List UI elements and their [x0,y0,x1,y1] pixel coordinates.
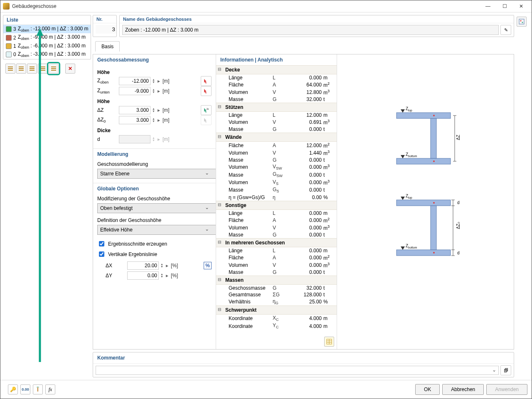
pick-icon-2[interactable] [201,86,212,96]
svg-point-36 [433,202,435,204]
dialog-window: Gebäudegeschosse — ☐ ✕ Liste 3Zoben : -1… [0,0,532,399]
info-section[interactable]: Sonstige [216,201,337,210]
chk-result-sections[interactable]: Ergebnisschnitte erzeugen [97,240,212,248]
fx-button[interactable]: fx [45,384,55,394]
name-input[interactable] [122,25,499,35]
svg-text:ΔZ₀: ΔZ₀ [456,222,461,229]
mod-select[interactable]: Oben befestigt [97,203,216,213]
info-row: MasseG0.000t [216,232,337,238]
arrow-icon[interactable]: ▸ [157,78,161,84]
def-select[interactable]: Effektive Höhe [97,225,216,235]
edit-name-icon[interactable]: ✎ [500,25,511,35]
delete-button[interactable]: ✕ [65,64,75,74]
svg-rect-5 [19,70,24,71]
spin-icon[interactable]: ▲▼ [152,79,155,84]
name-box: Name des Gebäudegeschosses ✎ [119,15,514,37]
svg-rect-2 [8,70,13,71]
ok-button[interactable]: OK [415,384,440,395]
global-title: Globale Optionen [93,183,216,194]
pct-button[interactable]: % [204,262,212,269]
help-button[interactable]: 🔑 [8,384,18,394]
chk-vertical-line[interactable]: Vertikale Ergebnislinie [97,250,212,258]
pick-icon-3[interactable]: 2x [201,105,212,115]
name-label: Name des Gebäudegeschosses [120,15,514,23]
pick-icon-4-disabled [201,115,212,125]
zoben-input[interactable] [119,77,150,85]
svg-rect-12 [51,66,56,67]
list-item[interactable]: 2Zoben : -9.000 m | ΔZ : 3.000 m [3,33,91,42]
nr-label: Nr. [93,15,116,23]
dy-input[interactable] [127,271,159,280]
info-section[interactable]: Schwerpunkt [216,305,337,315]
list-item[interactable]: 0Zoben : -3.000 m | ΔZ : 3.000 m [3,50,91,59]
bottom-bar: 🔑 0.00 fx OK Abbrechen Anwenden [0,380,532,399]
dz-input[interactable] [119,106,150,114]
info-row: MasseGS0.000t [216,186,337,194]
info-section[interactable]: Massen [216,276,337,285]
svg-rect-14 [51,70,56,71]
list-btn-5-highlighted[interactable] [49,64,59,74]
list-btn-4[interactable] [38,64,48,74]
list-toolbar: ✕ [3,61,90,76]
info-row: GesamtmasseΣG128.000t [216,291,337,298]
view-options-button[interactable] [517,17,527,27]
comment-select[interactable] [96,366,499,375]
dz0-input[interactable] [119,116,150,124]
dx-input[interactable] [127,261,159,270]
svg-text:top: top [408,196,412,200]
nr-box: Nr. [93,15,117,37]
info-row: MasseG0.000t [216,126,337,133]
units-button[interactable]: 0.00 [20,384,30,394]
svg-text:bottom: bottom [408,246,417,249]
info-section[interactable]: In mehreren Geschossen [216,238,337,247]
list-item[interactable]: 1Zoben : -6.000 m | ΔZ : 3.000 m [3,42,91,50]
info-row: VolumenV0.000m3 [216,261,337,269]
info-section[interactable]: Wände [216,133,337,142]
svg-rect-9 [40,66,45,67]
close-button[interactable]: ✕ [513,2,529,11]
d-input [119,135,150,143]
info-row: VolumenV0.691m3 [216,118,337,126]
nr-input[interactable] [96,25,116,34]
def-label: Definition der Geschosshöhe [97,217,212,223]
view-button[interactable] [33,384,43,394]
list-item[interactable]: 3Zoben : -12.000 m | ΔZ : 3.000 m [3,25,91,33]
minimize-button[interactable]: — [480,2,496,11]
info-table-button[interactable] [324,337,334,347]
d-label: d [97,136,117,142]
maximize-button[interactable]: ☐ [497,2,512,11]
list-btn-2[interactable] [16,64,26,74]
list-btn-3[interactable] [27,64,37,74]
zunten-input[interactable] [119,87,150,95]
info-row: VerhältnisηG25.00% [216,298,337,305]
window-title: Gebäudegeschosse [10,3,480,9]
model-select[interactable]: Starre Ebene [97,169,216,179]
info-title: Informationen | Analytisch [216,54,337,65]
info-row: VolumenV0.000m3 [216,224,337,232]
svg-text:bottom: bottom [408,155,417,158]
zunten-label: Zunten [97,88,117,94]
svg-rect-25 [397,158,451,164]
svg-rect-45 [431,206,436,250]
svg-marker-37 [401,197,405,200]
hohe-label: Höhe [97,69,212,75]
svg-marker-22 [401,109,405,113]
cancel-button[interactable]: Abbrechen [442,384,484,395]
model-sub: Geschossmodellierung [97,161,212,167]
app-icon [3,3,10,10]
apply-button: Anwenden [486,384,527,395]
pick-icon[interactable] [201,76,212,86]
storey-list[interactable]: 3Zoben : -12.000 m | ΔZ : 3.000 m2Zoben … [3,25,91,59]
titlebar: Gebäudegeschosse — ☐ ✕ [0,0,532,12]
info-section[interactable]: Decke [216,65,337,74]
info-row: FlächeA0.000m2 [216,217,337,224]
info-section[interactable]: Stützen [216,103,337,112]
info-row: MasseG0.000t [216,157,337,163]
info-row: η = (Gsw+Gs)/Gη0.00% [216,194,337,201]
svg-rect-4 [19,68,24,69]
list-btn-1[interactable] [5,64,15,74]
comment-copy-icon[interactable]: 🗐 [500,365,511,375]
zoben-label: Zoben [97,78,117,84]
tab-body: Geschossabmessung Höhe Zoben ▲▼ ▸ [m] [93,54,514,350]
tab-basis[interactable]: Basis [95,41,120,52]
